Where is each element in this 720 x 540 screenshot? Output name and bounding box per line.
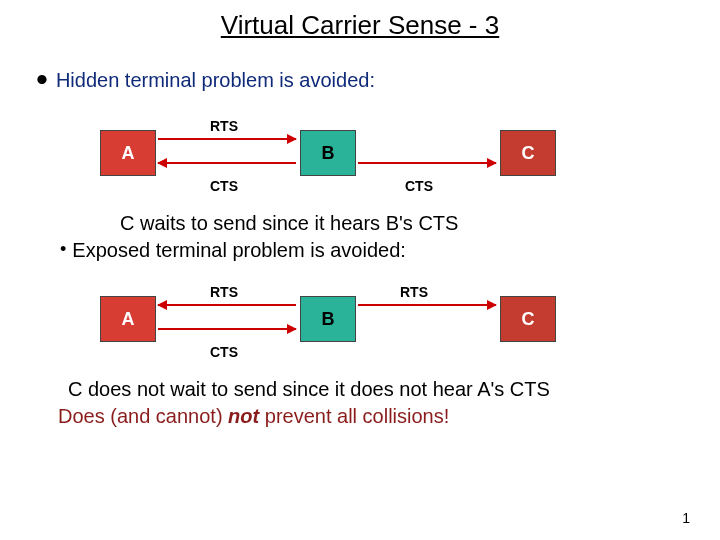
arrow-cts-bc: [358, 162, 496, 164]
label-rts: RTS: [210, 118, 238, 134]
conclusion-pre: Does (and cannot): [58, 405, 228, 427]
conclusion-post: prevent all collisions!: [259, 405, 449, 427]
label-rts-right: RTS: [400, 284, 428, 300]
caption-exposed: C does not wait to send since it does no…: [68, 378, 720, 401]
slide-title: Virtual Carrier Sense - 3: [0, 10, 720, 41]
conclusion-em: not: [228, 405, 259, 427]
bullet-hidden-terminal: • Hidden terminal problem is avoided:: [36, 69, 720, 92]
node-c: C: [500, 296, 556, 342]
arrow-rts-bc: [358, 304, 496, 306]
page-number: 1: [682, 510, 690, 526]
arrow-cts-ba: [158, 162, 296, 164]
diagram-exposed-terminal: A B C RTS RTS CTS: [100, 266, 720, 376]
label-cts-left: CTS: [210, 178, 238, 194]
node-a: A: [100, 130, 156, 176]
caption-hidden: C waits to send since it hears B's CTS: [120, 212, 720, 235]
label-rts-left: RTS: [210, 284, 238, 300]
node-b: B: [300, 130, 356, 176]
arrow-rts-ba: [158, 304, 296, 306]
bullet-text: Exposed terminal problem is avoided:: [72, 239, 406, 262]
node-b: B: [300, 296, 356, 342]
node-c: C: [500, 130, 556, 176]
arrow-rts-ab: [158, 138, 296, 140]
conclusion: Does (and cannot) not prevent all collis…: [58, 405, 720, 428]
diagram-hidden-terminal: A B C RTS CTS CTS: [100, 100, 720, 210]
arrow-cts-ab: [158, 328, 296, 330]
label-cts-right: CTS: [405, 178, 433, 194]
node-a: A: [100, 296, 156, 342]
bullet-dot: •: [36, 69, 48, 89]
bullet-dot: •: [60, 239, 66, 260]
bullet-exposed-terminal: • Exposed terminal problem is avoided:: [60, 239, 720, 262]
label-cts: CTS: [210, 344, 238, 360]
bullet-text: Hidden terminal problem is avoided:: [56, 69, 375, 92]
